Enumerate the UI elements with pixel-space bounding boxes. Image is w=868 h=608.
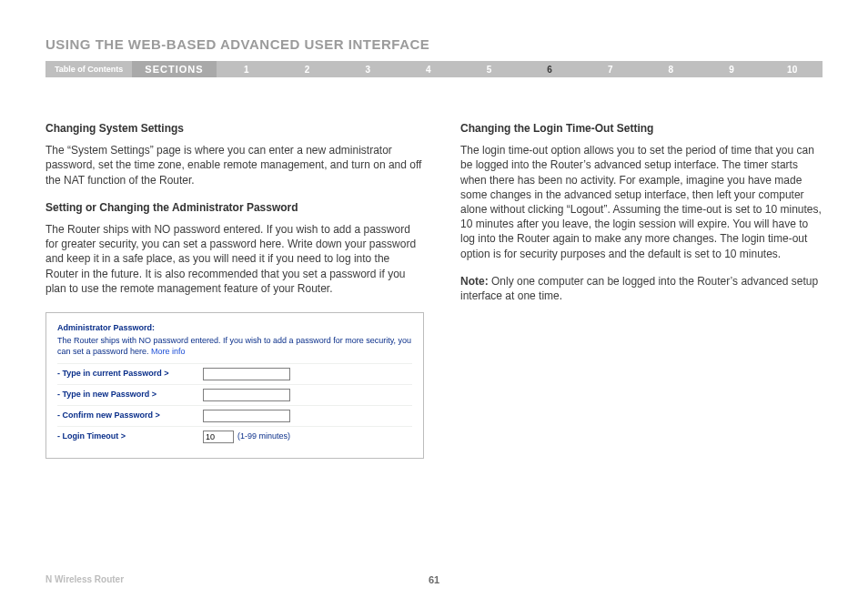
label-confirm-password: - Confirm new Password > — [57, 410, 203, 421]
toc-link[interactable]: Table of Contents — [45, 61, 132, 77]
row-login-timeout: - Login Timeout > (1-99 minutes) — [57, 426, 412, 447]
page-number: 61 — [45, 574, 823, 585]
login-timeout-field[interactable] — [203, 431, 234, 443]
page-title: USING THE WEB-BASED ADVANCED USER INTERF… — [45, 36, 823, 52]
current-password-field[interactable] — [203, 368, 290, 380]
section-link-2[interactable]: 2 — [277, 61, 338, 77]
row-new-password: - Type in new Password > — [57, 384, 412, 405]
label-login-timeout: - Login Timeout > — [57, 431, 203, 441]
sections-label: SECTIONS — [132, 61, 216, 77]
section-link-1[interactable]: 1 — [217, 61, 278, 77]
heading-admin-password: Setting or Changing the Administrator Pa… — [45, 200, 424, 215]
section-link-4[interactable]: 4 — [399, 61, 459, 77]
heading-changing-system-settings: Changing System Settings — [45, 121, 424, 136]
section-link-10[interactable]: 10 — [762, 61, 823, 77]
section-link-9[interactable]: 9 — [701, 61, 762, 77]
label-current-password: - Type in current Password > — [57, 368, 203, 379]
left-column: Changing System Settings The “System Set… — [45, 121, 424, 459]
page-footer: N Wireless Router 61 — [45, 574, 823, 584]
more-info-link[interactable]: More info — [151, 347, 186, 356]
router-panel-title: Administrator Password: — [57, 322, 412, 333]
right-column: Changing the Login Time-Out Setting The … — [460, 121, 823, 459]
router-ui-panel: Administrator Password: The Router ships… — [45, 312, 424, 459]
router-panel-desc: The Router ships with NO password entere… — [57, 336, 411, 356]
heading-login-timeout: Changing the Login Time-Out Setting — [460, 121, 823, 136]
row-current-password: - Type in current Password > — [57, 363, 412, 384]
para-login-timeout: The login time-out option allows you to … — [460, 143, 823, 261]
note-text: Only one computer can be logged into the… — [460, 275, 818, 302]
section-navbar: Table of Contents SECTIONS 1 2 3 4 5 6 7… — [45, 61, 823, 77]
login-timeout-hint: (1-99 minutes) — [237, 431, 290, 441]
note-label: Note: — [460, 275, 489, 288]
section-link-6[interactable]: 6 — [520, 61, 580, 77]
label-new-password: - Type in new Password > — [57, 389, 203, 400]
manual-page: USING THE WEB-BASED ADVANCED USER INTERF… — [0, 0, 868, 608]
content-columns: Changing System Settings The “System Set… — [45, 121, 823, 459]
para-note: Note: Only one computer can be logged in… — [460, 274, 823, 303]
para-system-settings: The “System Settings” page is where you … — [45, 143, 424, 187]
section-link-5[interactable]: 5 — [459, 61, 520, 77]
confirm-password-field[interactable] — [203, 410, 290, 422]
section-link-3[interactable]: 3 — [338, 61, 399, 77]
row-confirm-password: - Confirm new Password > — [57, 405, 412, 426]
section-link-7[interactable]: 7 — [580, 61, 641, 77]
para-admin-password: The Router ships with NO password entere… — [45, 222, 424, 296]
new-password-field[interactable] — [203, 389, 290, 401]
section-link-8[interactable]: 8 — [641, 61, 701, 77]
